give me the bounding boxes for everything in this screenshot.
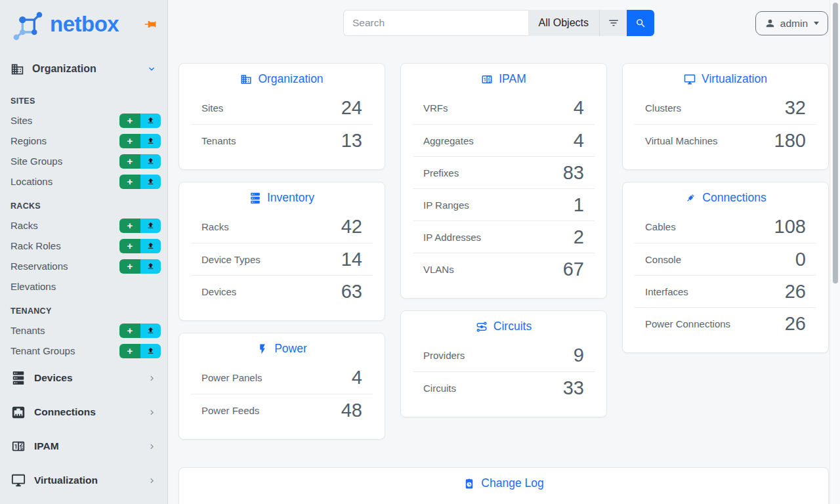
sidebar-item-label[interactable]: Reservations	[10, 261, 119, 272]
stat-row-racks[interactable]: Racks42	[191, 211, 373, 243]
stat-row-virtual-machines[interactable]: Virtual Machines180	[635, 124, 816, 156]
card-title-power[interactable]: Power	[179, 333, 385, 362]
stat-label: Sites	[201, 102, 223, 114]
card-title-label: Power	[274, 342, 307, 356]
plus-icon: +	[127, 136, 133, 146]
plus-icon: +	[127, 177, 133, 186]
sidebar-item-label: Organization	[32, 63, 96, 75]
plus-icon: +	[127, 241, 133, 251]
sidebar-item-label[interactable]: Sites	[10, 115, 119, 126]
netbox-logo-icon[interactable]	[10, 9, 45, 40]
sidebar-item-label: Devices	[34, 372, 147, 384]
stat-row-prefixes[interactable]: Prefixes83	[413, 156, 595, 188]
stat-value: 108	[774, 217, 806, 236]
sidebar-item-connections[interactable]: Connections	[0, 395, 167, 429]
card-title-label: Virtualization	[702, 72, 767, 86]
stat-row-interfaces[interactable]: Interfaces26	[635, 275, 816, 307]
stat-row-aggregates[interactable]: Aggregates4	[413, 124, 595, 156]
page-scrollbar-thumb[interactable]	[833, 3, 838, 284]
user-menu-button[interactable]: admin	[755, 11, 828, 35]
stat-label: VRFs	[423, 102, 448, 114]
add-button[interactable]: +	[119, 175, 140, 189]
import-button[interactable]	[140, 134, 161, 148]
upload-icon	[146, 221, 155, 230]
sidebar-item-label[interactable]: Regions	[10, 135, 119, 146]
stat-row-devices[interactable]: Devices63	[191, 275, 373, 307]
brand-wordmark[interactable]: netbox	[50, 12, 119, 37]
stat-row-cables[interactable]: Cables108	[635, 211, 816, 243]
import-button[interactable]	[140, 259, 161, 274]
card-title-organization[interactable]: Organization	[179, 64, 385, 92]
add-button[interactable]: +	[119, 134, 140, 148]
user-menu-label: admin	[780, 18, 808, 30]
add-button[interactable]: +	[119, 344, 140, 358]
sidebar-item-organization[interactable]: Organization	[0, 58, 167, 80]
sidebar-item-devices[interactable]: Devices	[0, 361, 167, 395]
stat-row-tenants[interactable]: Tenants13	[191, 124, 373, 156]
flash-icon	[257, 343, 268, 355]
add-button[interactable]: +	[119, 154, 140, 169]
card-inventory: InventoryRacks42Device Types14Devices63	[178, 182, 385, 321]
stat-row-power-panels[interactable]: Power Panels4	[191, 362, 373, 394]
stat-row-vrfs[interactable]: VRFs4	[413, 92, 595, 124]
stat-row-power-feeds[interactable]: Power Feeds48	[191, 394, 373, 426]
stat-value: 4	[574, 98, 584, 117]
import-button[interactable]	[140, 239, 161, 253]
card-virtualization: VirtualizationClusters32Virtual Machines…	[622, 63, 829, 170]
stat-row-clusters[interactable]: Clusters32	[635, 92, 816, 124]
search-group: All Objects	[343, 10, 654, 36]
stat-label: Device Types	[201, 254, 261, 265]
import-button[interactable]	[140, 219, 161, 233]
stat-row-power-connections[interactable]: Power Connections26	[635, 307, 816, 339]
sidebar-item-label[interactable]: Tenants	[10, 325, 119, 336]
sidebar-item-label[interactable]: Locations	[10, 176, 119, 187]
stat-row-vlans[interactable]: VLANs67	[413, 253, 595, 285]
stat-value: 24	[341, 98, 362, 117]
search-scope-dropdown[interactable]: All Objects	[528, 10, 599, 36]
card-title-virtualization[interactable]: Virtualization	[623, 64, 828, 92]
stat-value: 2	[574, 228, 584, 247]
import-button[interactable]	[140, 114, 161, 128]
sidebar-item-virtualization[interactable]: Virtualization	[0, 463, 167, 497]
stat-value: 1	[574, 196, 584, 215]
card-title-connections[interactable]: Connections	[623, 182, 828, 211]
filter-button[interactable]	[599, 10, 627, 36]
card-title-ipam[interactable]: IPAM	[401, 64, 606, 92]
search-input[interactable]	[343, 10, 528, 36]
sidebar-item-sites: Sites+	[0, 110, 167, 131]
sidebar-item-label[interactable]: Elevations	[10, 281, 161, 292]
add-button[interactable]: +	[119, 259, 140, 274]
stat-row-ip-addresses[interactable]: IP Addresses2	[413, 220, 595, 253]
sidebar-item-label[interactable]: Site Groups	[10, 156, 119, 167]
card-body: Racks42Device Types14Devices63	[179, 211, 385, 320]
add-button[interactable]: +	[119, 114, 140, 128]
sidebar-item-label[interactable]: Tenant Groups	[10, 345, 119, 356]
add-button[interactable]: +	[119, 239, 140, 253]
card-title-circuits[interactable]: Circuits	[401, 311, 606, 339]
card-title-change-log[interactable]: Change Log	[179, 468, 828, 496]
card-title-inventory[interactable]: Inventory	[179, 182, 385, 211]
stat-row-ip-ranges[interactable]: IP Ranges1	[413, 188, 595, 220]
add-button[interactable]: +	[119, 324, 140, 338]
import-button[interactable]	[140, 324, 161, 338]
account-icon	[765, 18, 776, 29]
add-button[interactable]: +	[119, 219, 140, 233]
stat-row-device-types[interactable]: Device Types14	[191, 243, 373, 275]
import-button[interactable]	[140, 175, 161, 189]
card-body: Clusters32Virtual Machines180	[623, 92, 828, 169]
import-button[interactable]	[140, 154, 161, 169]
sidebar-item-label[interactable]: Rack Roles	[10, 240, 119, 251]
pin-sidebar-icon[interactable]	[144, 18, 157, 31]
sidebar-group-header: TENANCY	[10, 306, 157, 316]
stat-value: 83	[563, 163, 584, 182]
stat-row-sites[interactable]: Sites24	[191, 92, 373, 124]
stat-value: 4	[574, 131, 584, 150]
stat-row-circuits[interactable]: Circuits33	[413, 371, 595, 404]
stat-row-providers[interactable]: Providers9	[413, 339, 595, 371]
stat-row-console[interactable]: Console0	[635, 243, 816, 275]
plus-icon: +	[127, 220, 133, 230]
search-button[interactable]	[627, 10, 654, 36]
sidebar-item-label[interactable]: Racks	[10, 220, 119, 231]
import-button[interactable]	[140, 344, 161, 358]
sidebar-item-ipam[interactable]: IPAM	[0, 429, 167, 463]
